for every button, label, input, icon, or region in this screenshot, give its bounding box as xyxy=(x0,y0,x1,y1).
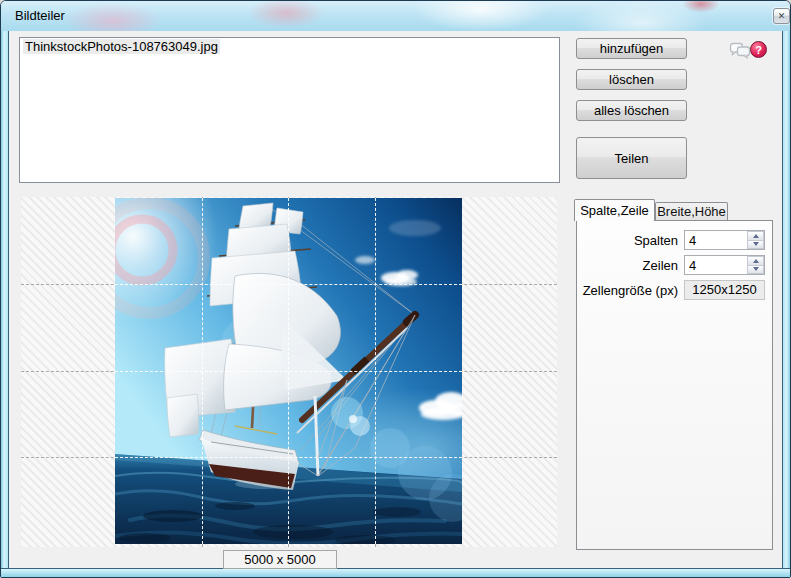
spinner-down-icon xyxy=(753,267,759,271)
window-border-bottom xyxy=(1,568,790,577)
columns-spinner[interactable] xyxy=(684,230,765,250)
rows-spin-down[interactable] xyxy=(747,266,764,275)
split-grid-line xyxy=(288,198,289,544)
delete-all-button[interactable]: alles löschen xyxy=(576,100,687,121)
split-grid-line xyxy=(375,198,376,544)
split-grid-line xyxy=(202,198,203,544)
cell-size-label: Zellengröße (px) xyxy=(581,283,684,298)
file-list[interactable]: ThinkstockPhotos-108763049.jpg xyxy=(19,37,560,183)
help-icon[interactable]: ? xyxy=(750,41,767,58)
file-list-item[interactable]: ThinkstockPhotos-108763049.jpg xyxy=(20,38,559,56)
spinner-up-icon xyxy=(753,259,759,263)
split-button[interactable]: Teilen xyxy=(576,137,687,179)
image-size-label: 5000 x 5000 xyxy=(223,550,337,569)
rows-spin-up[interactable] xyxy=(747,256,764,266)
settings-panel: Spalten Zeilen xyxy=(576,220,773,550)
rows-spinner[interactable] xyxy=(684,255,765,275)
window-border-right xyxy=(782,31,790,577)
tab-breite-hoehe[interactable]: Breite,Höhe xyxy=(655,202,728,220)
window-border-left xyxy=(1,31,9,577)
speech-bubbles-icon[interactable] xyxy=(729,42,751,59)
bildteiler-window: Bildteiler ✕ ThinkstockPhotos-108763049.… xyxy=(0,0,791,578)
titlebar[interactable]: Bildteiler ✕ xyxy=(1,1,790,32)
columns-spin-up[interactable] xyxy=(747,231,764,241)
rows-row: Zeilen xyxy=(581,255,765,275)
preview-area xyxy=(21,197,557,547)
cell-size-row: Zellengröße (px) 1250x1250 xyxy=(581,280,765,300)
rows-label: Zeilen xyxy=(581,258,684,273)
file-name: ThinkstockPhotos-108763049.jpg xyxy=(23,39,220,54)
add-button[interactable]: hinzufügen xyxy=(576,38,687,59)
close-icon: ✕ xyxy=(778,12,786,21)
columns-spin-down[interactable] xyxy=(747,241,764,250)
columns-label: Spalten xyxy=(581,233,684,248)
spinner-down-icon xyxy=(753,242,759,246)
window-title: Bildteiler xyxy=(15,8,65,23)
help-glyph: ? xyxy=(755,44,762,56)
columns-row: Spalten xyxy=(581,230,765,250)
client-area: ThinkstockPhotos-108763049.jpg hinzufüge… xyxy=(9,31,782,568)
tab-spalte-zeile[interactable]: Spalte,Zeile xyxy=(574,199,655,221)
close-button[interactable]: ✕ xyxy=(773,8,790,24)
spinner-up-icon xyxy=(753,234,759,238)
delete-button[interactable]: löschen xyxy=(576,69,687,90)
preview-image xyxy=(115,198,462,544)
cell-size-value: 1250x1250 xyxy=(684,280,765,300)
